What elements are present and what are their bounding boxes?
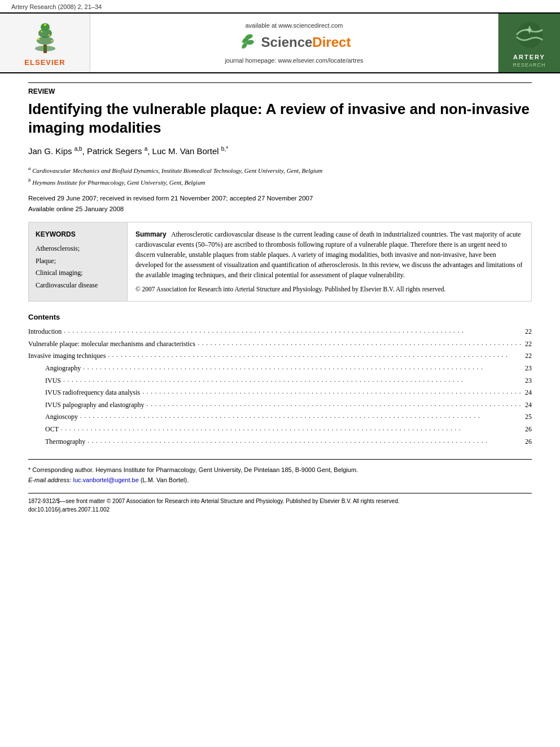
toc-dots — [64, 325, 523, 337]
leaves-svg — [238, 32, 258, 53]
svg-point-8 — [48, 34, 50, 36]
journal-citation: Artery Research (2008) 2, 21–34 — [0, 0, 560, 12]
toc-item: Angiography23 — [28, 362, 532, 375]
keywords-box: KEYWORDS Atherosclerosis; Plaque; Clinic… — [29, 222, 128, 301]
toc-item: Introduction22 — [28, 326, 532, 338]
toc-dots — [61, 422, 523, 435]
journal-citation-text: Artery Research (2008) 2, 21–34 — [11, 3, 102, 10]
toc-item: Invasive imaging techniques22 — [28, 350, 532, 362]
toc-page: 23 — [525, 362, 532, 375]
artery-graphic-icon — [504, 20, 555, 51]
toc-label: Invasive imaging techniques — [28, 350, 106, 362]
article-content: REVIEW Identifying the vulnerable plaque… — [0, 73, 560, 523]
toc-label: IVUS palpography and elastography — [45, 399, 145, 412]
doi-line: doi:10.1016/j.artres.2007.11.002 — [28, 505, 532, 514]
toc-page: 26 — [525, 436, 532, 448]
footnotes: * Corresponding author. Heymans Institut… — [28, 465, 532, 485]
keyword-4: Cardiovascular disease — [36, 279, 120, 292]
toc-dots — [147, 398, 523, 410]
abstract-text: Summary Atherosclerotic cardiovascular d… — [128, 222, 531, 301]
toc-page: 22 — [525, 350, 532, 362]
article-title: Identifying the vulnerable plaque: A rev… — [28, 100, 532, 137]
page: Artery Research (2008) 2, 21–34 — [0, 0, 560, 747]
toc-label: IVUS — [45, 375, 61, 387]
bottom-footer: 1872-9312/$—see front matter © 2007 Asso… — [28, 493, 532, 514]
toc-dots — [88, 435, 523, 447]
toc-page: 22 — [525, 338, 532, 351]
toc-label: Thermography — [45, 436, 85, 448]
keywords-title: KEYWORDS — [36, 230, 120, 238]
toc-label: Angiography — [45, 362, 81, 375]
svg-point-6 — [51, 40, 53, 42]
toc-item: Angioscopy25 — [28, 411, 532, 423]
svg-point-1 — [35, 46, 55, 51]
keyword-2: Plaque; — [36, 255, 120, 268]
toc-page: 24 — [525, 399, 532, 412]
abstract-section: KEYWORDS Atherosclerosis; Plaque; Clinic… — [28, 222, 532, 302]
toc-dots — [83, 361, 523, 374]
toc-dots — [80, 410, 523, 422]
toc-label: IVUS radiofrequency data analysis — [45, 387, 140, 399]
toc-dots — [63, 374, 523, 386]
toc-item: Thermography26 — [28, 436, 532, 448]
artery-research-logo: ARTERY RESEARCH — [498, 14, 560, 72]
keyword-1: Atherosclerosis; — [36, 243, 120, 255]
svg-point-9 — [44, 24, 46, 26]
keywords-list: Atherosclerosis; Plaque; Clinical imagin… — [36, 243, 120, 291]
toc-page: 23 — [525, 375, 532, 387]
contents-title: Contents — [28, 313, 532, 321]
elsevier-brand-text: ELSEVIER — [24, 58, 65, 67]
toc-label: Vulnerable plaque: molecular mechanisms … — [28, 338, 195, 351]
sciencedirect-text: ScienceDirect — [261, 34, 351, 50]
toc-page: 22 — [525, 326, 532, 338]
toc-item: IVUS palpography and elastography24 — [28, 399, 532, 412]
sciencedirect-leaves-icon — [238, 32, 258, 53]
contents-section: Contents Introduction22Vulnerable plaque… — [28, 313, 532, 448]
elsevier-logo: ELSEVIER — [0, 14, 90, 72]
toc-item: IVUS23 — [28, 375, 532, 387]
toc-dots — [108, 349, 523, 361]
author-kips: Jan G. Kips a,b, Patrick Segers a, Luc M… — [28, 146, 228, 156]
affiliations: a Cardiovascular Mechanics and Biofluid … — [28, 165, 532, 188]
journal-homepage-text: journal homepage: www.elsevier.com/locat… — [225, 57, 363, 64]
received-info: Received 29 June 2007; received in revis… — [28, 193, 532, 214]
toc-page: 26 — [525, 423, 532, 436]
artery-title-text: ARTERY — [513, 54, 545, 61]
abstract-body: Atherosclerotic cardiovascular disease i… — [135, 230, 522, 279]
artery-subtitle-text: RESEARCH — [513, 62, 545, 68]
sciencedirect-logo: ScienceDirect — [238, 32, 351, 53]
toc-item: IVUS radiofrequency data analysis24 — [28, 387, 532, 399]
toc-page: 24 — [525, 387, 532, 399]
toc-label: Angioscopy — [45, 411, 78, 423]
keyword-3: Clinical imaging; — [36, 267, 120, 279]
section-label: REVIEW — [28, 82, 532, 95]
email-note: E-mail address: luc.vanbortel@ugent.be (… — [28, 475, 532, 486]
toc-label: OCT — [45, 423, 59, 436]
toc-dots — [198, 337, 523, 350]
available-at-text: available at www.sciencedirect.com — [245, 22, 343, 29]
summary-label: Summary — [135, 230, 167, 238]
toc-item: OCT26 — [28, 423, 532, 436]
toc-dots — [142, 386, 523, 398]
toc-page: 25 — [525, 411, 532, 423]
corresponding-author-note: * Corresponding author. Heymans Institut… — [28, 465, 532, 475]
svg-point-7 — [41, 31, 42, 33]
authors: Jan G. Kips a,b, Patrick Segers a, Luc M… — [28, 145, 532, 158]
svg-point-5 — [37, 38, 40, 40]
copyright-text: © 2007 Association for Research into Art… — [135, 285, 523, 294]
elsevier-tree-icon — [14, 19, 76, 56]
toc-item: Vulnerable plaque: molecular mechanisms … — [28, 338, 532, 351]
issn-line: 1872-9312/$—see front matter © 2007 Asso… — [28, 497, 532, 505]
toc-list: Introduction22Vulnerable plaque: molecul… — [28, 326, 532, 448]
journal-header: ELSEVIER available at www.sciencedirect.… — [0, 12, 560, 73]
center-header: available at www.sciencedirect.com Scien… — [90, 14, 498, 72]
footer-divider — [28, 459, 532, 460]
toc-label: Introduction — [28, 326, 62, 338]
